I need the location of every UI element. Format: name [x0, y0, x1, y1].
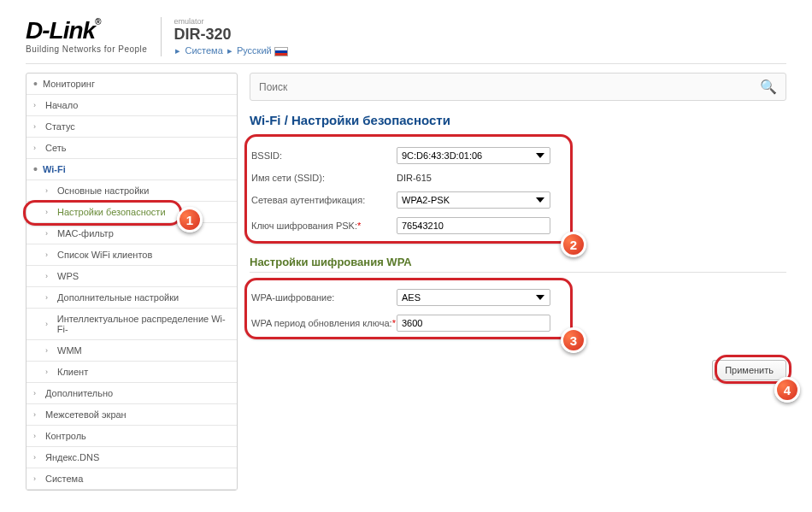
chevron-icon: ›	[45, 368, 52, 376]
sidebar-item-additional[interactable]: ›Дополнительно	[26, 383, 237, 404]
sidebar-item-label: Статус	[45, 121, 75, 132]
chevron-icon: ›	[45, 229, 52, 238]
search-bar: 🔍	[250, 73, 786, 101]
chevron-icon: ›	[33, 432, 40, 440]
sidebar-item-label: Контроль	[45, 431, 86, 441]
chevron-icon: ▸	[227, 45, 232, 56]
chevron-icon: ▸	[175, 45, 180, 56]
sidebar-item-start[interactable]: ›Начало	[26, 95, 237, 116]
ssid-label: Имя сети (SSID):	[251, 173, 397, 183]
sidebar-item-label: WMM	[57, 345, 82, 356]
chevron-icon: ›	[33, 410, 40, 419]
chevron-icon: ›	[45, 250, 52, 259]
chevron-icon: ›	[45, 272, 52, 280]
sidebar-item-yandex-dns[interactable]: ›Яндекс.DNS	[26, 447, 237, 468]
annotation-badge-4: 4	[774, 377, 800, 403]
chevron-icon: ›	[33, 453, 40, 462]
sidebar-item-firewall[interactable]: ›Межсетевой экран	[26, 404, 237, 426]
emulator-label: emulator	[174, 17, 287, 26]
wpa-period-label: WPA период обновления ключа:*	[251, 318, 397, 328]
chevron-icon: ›	[33, 122, 40, 131]
security-fields-group: BSSID: 9C:D6:43:3D:01:06 Имя сети (SSID)…	[250, 138, 786, 244]
sidebar-item-monitoring[interactable]: •Мониторинг	[26, 74, 237, 95]
sidebar-item-label: Wi-Fi	[43, 164, 66, 174]
sidebar-item-control[interactable]: ›Контроль	[26, 426, 237, 447]
sidebar-item-wifi-clients[interactable]: ›Список WiFi клиентов	[26, 244, 237, 266]
sidebar-item-smart-distribution[interactable]: ›Интеллектуальное распределение Wi-Fi-	[26, 309, 237, 340]
sidebar-item-wifi[interactable]: •Wi-Fi	[26, 159, 237, 180]
chevron-icon: ›	[45, 208, 52, 216]
bullet-icon: •	[33, 79, 38, 88]
button-row: Применить 4	[250, 360, 786, 380]
auth-label: Сетевая аутентификация:	[251, 195, 397, 205]
sidebar-item-label: Интеллектуальное распределение Wi-Fi-	[57, 314, 230, 334]
sidebar-item-advanced-settings[interactable]: ›Дополнительные настройки	[26, 287, 237, 309]
sidebar-item-label: Сеть	[45, 143, 66, 153]
flag-ru-icon	[274, 47, 288, 56]
header-links: ▸ Система ▸ Русский	[174, 45, 287, 56]
auth-select[interactable]: WPA2-PSK	[397, 191, 550, 209]
wpa-enc-label: WPA-шифрование:	[251, 292, 397, 303]
wpa-enc-select[interactable]: AES	[397, 289, 550, 306]
chevron-icon: ›	[33, 144, 40, 152]
sidebar-item-client[interactable]: ›Клиент	[26, 362, 237, 383]
sidebar-item-label: Мониторинг	[43, 79, 95, 89]
chevron-icon: ›	[33, 474, 40, 483]
sidebar-item-label: Дополнительно	[45, 388, 113, 398]
sidebar-item-network[interactable]: ›Сеть	[26, 138, 237, 159]
link-system[interactable]: Система	[185, 45, 222, 56]
sidebar-item-label: MAC-фильтр	[57, 228, 114, 238]
sidebar: •Мониторинг ›Начало ›Статус ›Сеть •Wi-Fi…	[26, 73, 238, 491]
sidebar-item-label: Начало	[45, 100, 78, 110]
sidebar-item-wmm[interactable]: ›WMM	[26, 340, 237, 362]
link-language[interactable]: Русский	[237, 45, 272, 56]
wpa-period-input[interactable]	[397, 315, 550, 332]
page-title: Wi-Fi / Настройки безопасности	[250, 113, 786, 127]
sidebar-item-label: Настройки безопасности	[57, 207, 166, 217]
chevron-icon: ›	[45, 346, 52, 355]
model-label: DIR-320	[174, 26, 287, 44]
sidebar-item-label: WPS	[57, 271, 79, 281]
chevron-icon: ›	[45, 320, 52, 328]
header: D-Link® Building Networks for People emu…	[26, 17, 786, 64]
sidebar-item-system[interactable]: ›Система	[26, 468, 237, 490]
sidebar-item-label: Основные настройки	[57, 185, 149, 196]
sidebar-item-label: Список WiFi клиентов	[57, 250, 152, 260]
chevron-icon: ›	[45, 186, 52, 195]
search-icon[interactable]: 🔍	[760, 79, 777, 95]
chevron-icon: ›	[33, 101, 40, 109]
sidebar-item-label: Яндекс.DNS	[45, 452, 99, 462]
sidebar-item-label: Межсетевой экран	[45, 409, 127, 420]
sidebar-item-wps[interactable]: ›WPS	[26, 266, 237, 287]
sidebar-item-status[interactable]: ›Статус	[26, 116, 237, 138]
chevron-icon: ›	[33, 389, 40, 397]
sidebar-item-security-settings[interactable]: ›Настройки безопасности	[26, 202, 237, 223]
wpa-section-title: Настройки шифрования WPA	[250, 256, 786, 273]
search-input[interactable]	[259, 81, 760, 93]
sidebar-item-label: Дополнительные настройки	[57, 292, 179, 303]
sidebar-item-basic-settings[interactable]: ›Основные настройки	[26, 180, 237, 202]
bullet-icon: •	[33, 165, 38, 174]
sidebar-item-mac-filter[interactable]: ›MAC-фильтр	[26, 223, 237, 244]
chevron-icon: ›	[45, 293, 52, 302]
wpa-fields-group: WPA-шифрование: AES WPA период обновлени…	[250, 281, 786, 339]
apply-button[interactable]: Применить	[712, 360, 786, 380]
logo: D-Link® Building Networks for People	[26, 17, 147, 54]
bssid-select[interactable]: 9C:D6:43:3D:01:06	[397, 147, 550, 164]
logo-text: D-Link®	[26, 17, 147, 44]
header-info: emulator DIR-320 ▸ Система ▸ Русский	[161, 17, 287, 56]
ssid-value: DIR-615	[397, 173, 432, 183]
main-panel: 🔍 Wi-Fi / Настройки безопасности BSSID: …	[250, 73, 786, 491]
logo-tagline: Building Networks for People	[26, 44, 147, 54]
sidebar-item-label: Клиент	[57, 367, 88, 377]
psk-input[interactable]	[397, 217, 550, 234]
bssid-label: BSSID:	[251, 150, 397, 161]
psk-label: Ключ шифрования PSK:*	[251, 221, 397, 231]
sidebar-item-label: Система	[45, 474, 83, 484]
